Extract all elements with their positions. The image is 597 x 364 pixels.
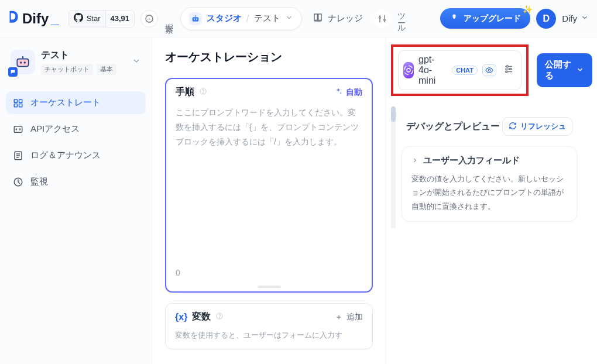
- debug-title: デバッグとプレビュー: [406, 121, 500, 133]
- variables-title: 変数: [192, 311, 211, 323]
- help-icon[interactable]: [199, 87, 207, 97]
- chevron-down-icon: [576, 66, 584, 75]
- topbar: Dify_ Star 43,91 探索 スタジオ / テスト ナレッジ ツ: [0, 0, 597, 37]
- robot-icon: [189, 12, 202, 25]
- svg-point-25: [407, 68, 410, 72]
- tools-icon-button[interactable]: [373, 10, 391, 28]
- chat-corner-icon: [8, 67, 18, 77]
- current-app-label: テスト: [254, 13, 280, 24]
- sidebar-nav: オーケストレート APIアクセス ログ＆アナウンス 監視: [6, 91, 146, 193]
- github-star-widget[interactable]: Star 43,91: [68, 10, 135, 28]
- avatar-letter: D: [543, 13, 550, 24]
- app-tags: チャットボット 基本: [41, 64, 116, 75]
- app-header[interactable]: テスト チャットボット 基本: [6, 46, 146, 81]
- svg-rect-10: [22, 56, 23, 58]
- sliders-icon[interactable]: [501, 64, 516, 77]
- sidebar-item-label: APIアクセス: [30, 123, 80, 135]
- refresh-button[interactable]: リフレッシュ: [502, 117, 572, 136]
- sidebar-item-orchestrate[interactable]: オーケストレート: [6, 91, 146, 114]
- annotation-highlight: gpt-4o-mini CHAT: [391, 44, 529, 96]
- sidebar-item-label: オーケストレート: [30, 97, 101, 108]
- chevron-right-icon: [411, 156, 418, 166]
- svg-rect-11: [14, 99, 17, 102]
- brand-mark-icon: [8, 10, 20, 25]
- nav-knowledge-label: ナレッジ: [328, 13, 363, 24]
- svg-point-9: [24, 61, 26, 63]
- chat-badge: CHAT: [452, 66, 478, 75]
- recent-icon-button[interactable]: [140, 10, 158, 28]
- refresh-label: リフレッシュ: [520, 121, 566, 132]
- sidebar-item-label: ログ＆アナウンス: [30, 150, 101, 161]
- svg-point-31: [509, 68, 511, 70]
- book-icon: [313, 12, 323, 25]
- avatar[interactable]: D: [536, 9, 556, 29]
- github-icon: [74, 13, 83, 24]
- chevron-down-icon[interactable]: [132, 56, 141, 68]
- user-menu[interactable]: Dify: [562, 13, 589, 23]
- auto-generate-button[interactable]: 自動: [334, 87, 362, 98]
- nav-tools[interactable]: ツール: [397, 8, 407, 30]
- svg-point-8: [20, 61, 22, 63]
- orchestration-panel: オーケストレーション 手順 自動: [152, 37, 386, 364]
- chevron-down-icon: [285, 13, 293, 24]
- publish-button[interactable]: 公開する: [537, 53, 592, 87]
- brand-logo[interactable]: Dify_: [8, 10, 59, 27]
- sparkle-icon: ✨: [523, 5, 533, 14]
- svg-point-26: [488, 69, 490, 71]
- sidebar-item-monitor[interactable]: 監視: [6, 170, 146, 193]
- upgrade-label: アップグレード: [464, 13, 521, 24]
- help-icon[interactable]: [215, 312, 224, 322]
- nav-knowledge[interactable]: ナレッジ: [308, 12, 368, 25]
- sidebar: テスト チャットボット 基本 オーケストレート APIアクセス ログ＆: [0, 37, 152, 364]
- svg-rect-13: [14, 104, 17, 107]
- nav-explore[interactable]: 探索: [164, 18, 174, 20]
- add-label: 追加: [346, 312, 363, 322]
- sidebar-item-api-access[interactable]: APIアクセス: [6, 118, 146, 140]
- user-input-title: ユーザー入力フィールド: [423, 155, 520, 166]
- scrollbar[interactable]: [389, 105, 398, 228]
- prompt-card: 手順 自動 ここにプロンプトワードを入力してください。変数を挿入するには「{」を…: [165, 78, 373, 293]
- app-icon: [11, 50, 35, 74]
- tag-mode: 基本: [97, 64, 116, 75]
- add-variable-button[interactable]: ＋ 追加: [335, 312, 363, 322]
- prompt-input[interactable]: ここにプロンプトワードを入力してください。変数を挿入するには「{」を、プロンプト…: [176, 105, 362, 257]
- sparkle-gear-icon: [450, 13, 459, 24]
- variable-icon: {x}: [175, 312, 187, 322]
- studio-breadcrumb[interactable]: スタジオ / テスト: [180, 7, 301, 30]
- studio-label: スタジオ: [207, 13, 242, 24]
- svg-rect-1: [193, 17, 199, 21]
- svg-rect-14: [19, 104, 22, 107]
- breadcrumb-slash: /: [246, 13, 249, 24]
- github-star-label: Star: [87, 14, 101, 23]
- chevron-down-icon: [581, 13, 589, 23]
- upgrade-button[interactable]: アップグレード ✨: [440, 8, 530, 29]
- svg-point-30: [506, 66, 508, 67]
- svg-point-3: [196, 18, 197, 19]
- resize-handle[interactable]: [166, 286, 372, 291]
- user-input-body: 変数の値を入力してください。新しいセッションが開始されるたびにプロンプトの単語が…: [411, 172, 567, 213]
- svg-rect-4: [195, 15, 195, 17]
- sidebar-item-logs[interactable]: ログ＆アナウンス: [6, 144, 146, 167]
- tag-type: チャットボット: [41, 64, 93, 75]
- user-input-card[interactable]: ユーザー入力フィールド 変数の値を入力してください。新しいセッションが開始される…: [402, 146, 577, 222]
- user-name: Dify: [562, 13, 577, 23]
- svg-point-32: [506, 71, 507, 73]
- vision-icon: [482, 64, 496, 76]
- brand-cursor: _: [51, 11, 59, 27]
- publish-label: 公開する: [545, 59, 572, 81]
- github-star-count: 43,91: [106, 14, 135, 23]
- model-selector[interactable]: gpt-4o-mini CHAT: [398, 50, 521, 90]
- model-panel: gpt-4o-mini CHAT 公開する: [386, 37, 597, 103]
- variables-card: {x} 変数 ＋ 追加 変数を使用すると、ユーザーはフォームに入力す: [165, 303, 373, 349]
- svg-point-2: [194, 18, 195, 19]
- refresh-icon: [509, 122, 517, 132]
- brand-name: Dify: [22, 11, 49, 27]
- debug-panel: デバッグとプレビュー リフレッシュ: [386, 103, 585, 230]
- auto-label: 自動: [346, 87, 362, 98]
- model-name: gpt-4o-mini: [418, 54, 447, 86]
- variables-description: 変数を使用すると、ユーザーはフォームに入力す: [166, 330, 372, 349]
- char-count: 0: [176, 268, 180, 277]
- svg-rect-12: [19, 99, 22, 102]
- svg-point-24: [219, 317, 220, 318]
- app-title: テスト: [41, 49, 116, 61]
